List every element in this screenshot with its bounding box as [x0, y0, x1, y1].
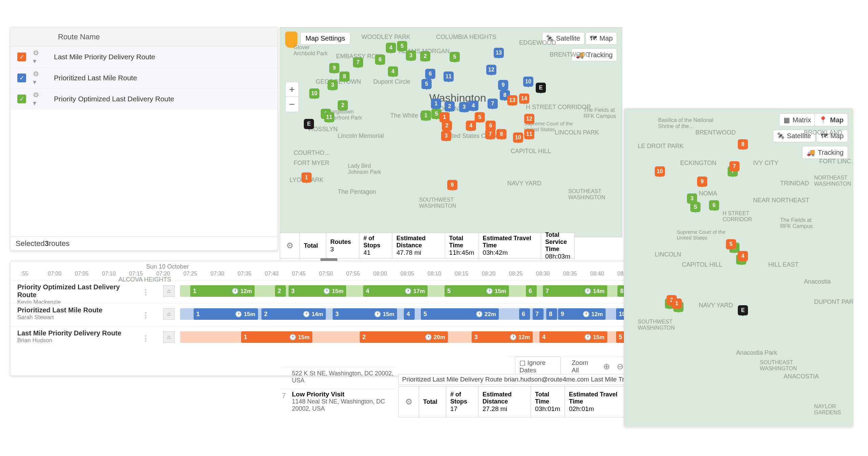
home-icon[interactable]: ⌂	[163, 331, 175, 343]
map-stop-marker[interactable]: 10	[655, 166, 665, 177]
map-stop-marker[interactable]: 1	[421, 110, 431, 121]
timeline-track[interactable]: 1🕐 15m2🕐 20m3🕐 12m4🕐 15m5	[180, 331, 627, 343]
gear-icon[interactable]: ⚙	[399, 387, 419, 417]
timeline-stop[interactable]: 2🕐 14m	[261, 308, 326, 320]
map-stop-marker[interactable]: 2	[338, 100, 348, 110]
map-stop-marker[interactable]: 7	[353, 57, 363, 67]
map-stop-marker[interactable]: 14	[519, 94, 529, 104]
timeline-stop[interactable]: 1🕐 12m	[190, 285, 255, 297]
map-stop-marker[interactable]: 9	[329, 63, 339, 73]
map-stop-marker[interactable]: 8	[738, 139, 748, 149]
map-stop-marker[interactable]: 7	[485, 129, 495, 139]
map-stop-marker[interactable]: E	[738, 305, 748, 315]
route-row[interactable]: ✓ ⚙ ▾ Last Mile Priority Delivery Route	[11, 46, 278, 67]
map-stop-marker[interactable]: 5	[475, 112, 485, 122]
map-stop-marker[interactable]: 10	[513, 132, 523, 143]
map-stop-marker[interactable]: 3	[687, 193, 697, 204]
map-stop-marker[interactable]: 4	[386, 43, 396, 53]
zoom-in-button[interactable]: +	[285, 82, 298, 97]
map-stop-marker[interactable]: 8	[496, 129, 507, 139]
timeline-stop[interactable]: 9🕐 12m	[558, 308, 606, 320]
map-stop-marker[interactable]: 9	[447, 180, 457, 190]
timeline-stop[interactable]: 6	[519, 308, 530, 320]
timeline-stop[interactable]: 5🕐 22m	[421, 308, 499, 320]
map-stop-marker[interactable]: 10	[523, 77, 533, 87]
map-button[interactable]: 🗺Map	[586, 32, 617, 45]
more-icon[interactable]: ⋮	[142, 334, 150, 343]
timeline-track[interactable]: 1🕐 15m2🕐 14m3🕐 15m45🕐 22m6789🕐 12m10	[180, 308, 627, 320]
map-stop-marker[interactable]: 1	[301, 172, 312, 183]
map-stop-marker[interactable]: 3	[406, 50, 416, 61]
map-stop-marker[interactable]: 5	[726, 239, 736, 249]
stop-item[interactable]: 522 K St NE, Washington, DC 20002, USA	[280, 368, 395, 388]
map-stop-marker[interactable]: 1	[431, 99, 441, 109]
map-stop-marker[interactable]: 5	[397, 41, 407, 51]
detail-map[interactable]: ▦Matrix 📍Map 🛰Satellite 🗺Map 🚚Tracking L…	[624, 109, 853, 427]
route-row[interactable]: ✓ ⚙ ▾ Prioritized Last Mile Route	[11, 67, 278, 88]
map-stop-marker[interactable]: 3	[441, 131, 451, 141]
tracking-button[interactable]: 🚚Tracking	[802, 146, 848, 159]
timeline-stop[interactable]: 7	[533, 308, 544, 320]
map-stop-marker[interactable]: 7	[488, 99, 498, 109]
map-stop-marker[interactable]: 9	[498, 80, 508, 90]
map-stop-marker[interactable]: 3	[328, 80, 338, 90]
map-stop-marker[interactable]: 11	[324, 112, 334, 122]
timeline-stop[interactable]: 3🕐 15m	[333, 308, 397, 320]
map-stop-marker[interactable]: 13	[507, 95, 517, 105]
map-stop-marker[interactable]: 6	[425, 69, 435, 79]
route-checkbox[interactable]: ✓	[17, 53, 26, 61]
timeline-stop[interactable]: 4🕐 15m	[539, 331, 607, 343]
more-icon[interactable]: ⋮	[142, 311, 150, 320]
timeline-stop[interactable]: 4	[404, 308, 415, 320]
route-checkbox[interactable]: ✓	[17, 95, 26, 103]
timeline-stop[interactable]: 3🕐 15m	[289, 285, 346, 297]
map-stop-marker[interactable]: E	[536, 83, 546, 93]
gear-dropdown-icon[interactable]: ⚙ ▾	[33, 95, 44, 103]
home-icon[interactable]: ⌂	[163, 308, 175, 320]
timeline-stop[interactable]: 5🕐 15m	[445, 285, 509, 297]
map-stop-marker[interactable]: 9	[697, 177, 707, 187]
map-stop-marker[interactable]: 12	[524, 114, 534, 124]
timeline-stop[interactable]: 1🕐 15m	[194, 308, 258, 320]
stop-item[interactable]: 7 Low Priority Visit 1148 Neal St NE, Wa…	[280, 388, 395, 416]
zoom-in-icon[interactable]: ⊕	[603, 362, 610, 371]
map-stop-marker[interactable]: 6	[709, 200, 719, 210]
map-stop-marker[interactable]: 2	[442, 121, 452, 131]
timeline-stop[interactable]: 8	[546, 308, 557, 320]
timeline-stop[interactable]: 3🕐 12m	[472, 331, 533, 343]
map-stop-marker[interactable]: 12	[486, 65, 496, 75]
timeline-track[interactable]: 1🕐 12m23🕐 15m4🕐 17m5🕐 15m67🕐 14m8	[180, 285, 627, 297]
timeline-stop[interactable]: 4🕐 17m	[363, 285, 428, 297]
timeline-stop[interactable]: 1🕐 15m	[241, 331, 312, 343]
map-stop-marker[interactable]: 4	[468, 101, 478, 111]
map-stop-marker[interactable]: 4	[466, 121, 476, 131]
ignore-dates-toggle[interactable]: ▢ Ignore Dates	[515, 356, 561, 376]
map-stop-marker[interactable]: 11	[443, 71, 454, 82]
gear-dropdown-icon[interactable]: ⚙ ▾	[33, 74, 44, 82]
map-stop-marker[interactable]: 7	[729, 161, 739, 171]
map-stop-marker[interactable]: 4	[388, 66, 398, 77]
map-button[interactable]: 📍Map	[814, 113, 848, 126]
zoom-out-icon[interactable]: ⊖	[617, 362, 624, 371]
route-checkbox[interactable]: ✓	[17, 74, 26, 82]
map-stop-marker[interactable]: 6	[375, 55, 385, 65]
zoom-all-button[interactable]: Zoom All	[568, 357, 596, 376]
map-stop-marker[interactable]: 11	[524, 129, 534, 139]
map-stop-marker[interactable]: 13	[494, 48, 504, 58]
map-stop-marker[interactable]: 5	[450, 52, 460, 62]
map-stop-marker[interactable]: E	[304, 119, 314, 129]
map-stop-marker[interactable]: 2	[420, 51, 430, 61]
map-stop-marker[interactable]: 8	[339, 71, 350, 82]
map-stop-marker[interactable]: 2	[445, 101, 455, 111]
map-stop-marker[interactable]: 4	[738, 251, 748, 261]
timeline-stop[interactable]: 2🕐 20m	[360, 331, 448, 343]
gear-dropdown-icon[interactable]: ⚙ ▾	[33, 53, 44, 61]
timeline-stop[interactable]: 2	[275, 285, 286, 297]
map-stop-marker[interactable]: 10	[309, 88, 319, 99]
more-icon[interactable]: ⋮	[142, 288, 150, 297]
map-settings-button[interactable]: Map Settings	[300, 32, 350, 45]
route-row[interactable]: ✓ ⚙ ▾ Priority Optimized Last Delivery R…	[11, 88, 278, 109]
zoom-out-button[interactable]: −	[285, 97, 298, 112]
gear-icon[interactable]: ⚙	[280, 233, 300, 258]
map-stop-marker[interactable]: 3	[459, 102, 469, 112]
